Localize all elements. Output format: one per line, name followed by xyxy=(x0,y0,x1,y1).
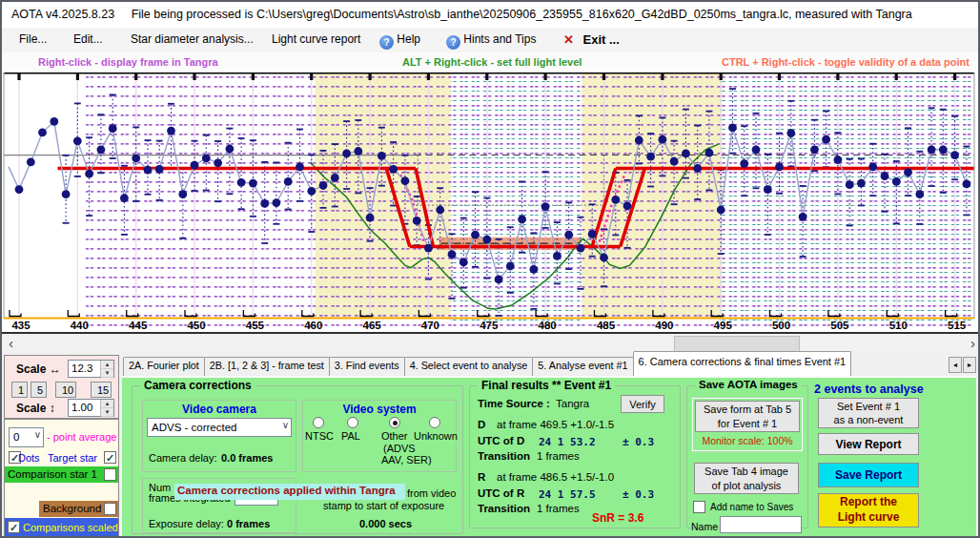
final-results-group: Final results ** Event #1 Time Source : … xyxy=(469,385,681,528)
x-axis-tick-label: 475 xyxy=(480,320,499,331)
x-axis-tick-label: 465 xyxy=(363,320,382,331)
data-point xyxy=(834,155,843,164)
tab-4[interactable]: 4. Select event to analyse xyxy=(404,357,534,376)
zoom-5-button[interactable]: 5 xyxy=(31,382,47,398)
menu-help[interactable]: ? Help xyxy=(379,32,420,50)
comparison1-row: Comparison star 1 xyxy=(5,466,118,483)
light-curve-chart[interactable]: 4354404454504554604654704754804854904955… xyxy=(2,72,980,332)
other-note-2: AAV, SER) xyxy=(381,454,432,466)
utc-d-value: 24 1 53.2 xyxy=(539,436,596,448)
scale-vertical-spin-icons[interactable]: ▲▼ xyxy=(100,400,113,416)
data-point xyxy=(928,145,936,154)
point-average-select[interactable]: 0 ∨ xyxy=(9,427,44,447)
data-point xyxy=(482,236,491,244)
exit-x-icon: ✕ xyxy=(563,32,574,47)
scrollbar-right-arrow[interactable]: › xyxy=(970,334,975,352)
target-star-label: Target star xyxy=(48,452,97,464)
view-report-button[interactable]: View Report xyxy=(818,433,919,455)
data-point xyxy=(518,215,526,223)
background-checkbox[interactable] xyxy=(104,503,116,515)
radio-ntsc-label: NTSC xyxy=(305,430,334,442)
data-point xyxy=(881,172,889,180)
data-point xyxy=(15,185,24,194)
video-camera-box: Video camera ADVS - corrected ∨ Camera d… xyxy=(142,400,296,472)
data-point xyxy=(459,259,468,267)
scrollbar-left-arrow[interactable]: ‹ xyxy=(9,334,13,352)
set-non-event-button[interactable]: Set Event # 1 as a non-event xyxy=(818,398,919,428)
aota-window: AOTA v4.2025.8.23 File being processed i… xyxy=(0,0,980,538)
scale-horizontal-stepper[interactable]: 12.3 ▲▼ xyxy=(68,360,114,378)
data-point xyxy=(354,147,362,155)
comparison-dots-teal xyxy=(451,74,581,328)
tab-scroll-left-button[interactable]: ◂ xyxy=(949,357,962,373)
radio-pal[interactable] xyxy=(347,417,358,428)
radio-pal-label: PAL xyxy=(341,430,360,442)
comparisons-scaled-row: ✓ Comparisons scaled xyxy=(5,518,118,537)
data-point xyxy=(342,150,351,158)
zoom-10-button[interactable]: 10 xyxy=(55,382,76,398)
data-point xyxy=(635,136,643,145)
save-tab5-button[interactable]: Save form at Tab 5 for Event # 1 xyxy=(695,401,800,432)
hint-alt-right-click: ALT + Right-click - set full light level xyxy=(402,56,582,68)
report-light-curve-button[interactable]: Report the Light curve xyxy=(818,493,919,528)
menu-exit[interactable]: ✕ Exit ... xyxy=(563,32,620,47)
comparisons-scaled-checkbox[interactable]: ✓ xyxy=(8,521,20,533)
tab-1[interactable]: 2A. Fourier plot xyxy=(123,357,205,376)
menu-hints-tips[interactable]: ? Hints and Tips xyxy=(446,32,536,50)
save-tab4-button[interactable]: Save Tab 4 image of plot analysis xyxy=(694,463,799,494)
comparison1-checkbox[interactable] xyxy=(104,468,116,481)
data-point xyxy=(167,127,175,135)
video-system-box: Video system NTSC PAL Other Unknown (ADV… xyxy=(302,400,457,472)
zoom-15-button[interactable]: 15 xyxy=(91,382,112,398)
transition-d-label: Transition xyxy=(478,450,530,462)
tab-6[interactable]: 6. Camera corrections & final times Even… xyxy=(633,351,852,376)
time-source-label: Time Source : xyxy=(478,398,550,409)
background-row: Background xyxy=(39,501,118,517)
x-axis-tick-label: 480 xyxy=(539,320,557,331)
radio-other[interactable] xyxy=(389,417,400,428)
scale-vertical-stepper[interactable]: 1.00 ▲▼ xyxy=(68,399,114,417)
radio-ntsc[interactable] xyxy=(313,417,324,428)
zoom-1-button[interactable]: 1 xyxy=(11,382,28,398)
menu-file[interactable]: File... xyxy=(19,32,47,46)
x-axis-tick-label: 470 xyxy=(421,320,439,331)
tab-2[interactable]: 2B. [1, 2 & 3] - frame test xyxy=(204,357,330,376)
d-event-text: at frame 469.5 +1.0/-1.5 xyxy=(497,419,614,430)
hint-ctrl-right-click: CTRL + Right-click - toggle validity of … xyxy=(722,56,970,68)
utc-r-label: UTC of R xyxy=(478,487,524,499)
add-name-checkbox[interactable] xyxy=(693,501,705,513)
data-point xyxy=(144,166,153,175)
scale-panel: Scale ↔ 12.3 ▲▼ 1 5 10 15 Scale ↕ 1.00 ▲… xyxy=(4,355,119,419)
x-axis-tick-label: 445 xyxy=(129,320,148,331)
scale-horizontal-label: Scale ↔ xyxy=(16,362,61,376)
save-report-button[interactable]: Save Report xyxy=(818,463,919,487)
final-results-legend: Final results ** Event #1 xyxy=(478,379,615,392)
radio-unknown[interactable] xyxy=(429,417,440,428)
data-point xyxy=(307,187,316,196)
scale-horizontal-spin-icons[interactable]: ▲▼ xyxy=(100,361,113,377)
data-point xyxy=(846,180,854,189)
tab-5[interactable]: 5. Analyse event #1 xyxy=(532,357,633,376)
target-star-checkbox[interactable]: ✓ xyxy=(104,451,116,464)
data-point xyxy=(904,168,912,176)
tab-3[interactable]: 3. Find events xyxy=(329,357,405,376)
data-point xyxy=(120,194,129,202)
menu-edit[interactable]: Edit... xyxy=(73,32,103,46)
stamp-note-line1: from video xyxy=(407,487,456,499)
chevron-down-icon: ∨ xyxy=(34,429,41,440)
data-point xyxy=(38,128,47,136)
menu-light-curve-report[interactable]: Light curve report xyxy=(272,32,360,46)
camera-corrections-group: Camera corrections Video camera ADVS - c… xyxy=(132,385,463,534)
name-input[interactable] xyxy=(720,516,802,533)
video-camera-select[interactable]: ADVS - corrected ∨ xyxy=(147,418,292,437)
radio-unknown-label: Unknown xyxy=(414,430,458,442)
file-path-note: File being processed is C:\Users\greg\Do… xyxy=(132,8,912,21)
stamp-note-line2: stamp to start of exposure xyxy=(323,500,444,511)
menu-star-diameter[interactable]: Star diameter analysis... xyxy=(131,32,254,46)
data-point xyxy=(786,129,795,137)
tab-scroll-right-button[interactable]: ▸ xyxy=(963,357,976,373)
data-point xyxy=(85,170,93,178)
verify-button[interactable]: Verify xyxy=(621,395,664,413)
data-point xyxy=(389,165,398,174)
x-axis-tick-label: 515 xyxy=(948,320,967,331)
